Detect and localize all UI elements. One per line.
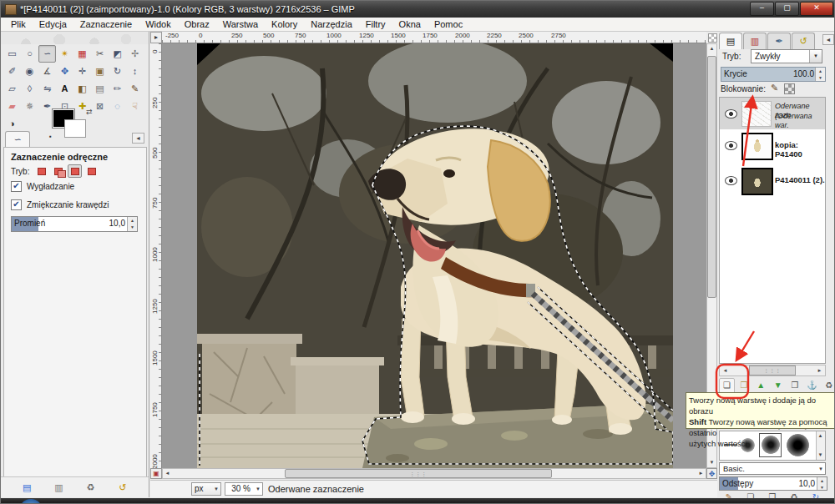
restore-tool-preset-button[interactable]: ▥ xyxy=(51,481,66,494)
tool-zoom[interactable]: ◉ xyxy=(21,63,38,80)
scroll-up-icon[interactable]: ▲ xyxy=(707,44,716,53)
mode-add-button[interactable] xyxy=(51,164,65,178)
tool-options-tab[interactable]: ∽ xyxy=(5,131,30,148)
layer-mode-dropdown[interactable]: Zwykły ▼ xyxy=(751,49,822,63)
visibility-eye-icon[interactable] xyxy=(725,141,737,150)
layer-row-floating[interactable]: Oderwane zazn (Oderwana war. xyxy=(720,98,825,129)
tool-free-select[interactable]: ∽ xyxy=(38,45,56,63)
horizontal-scroll-thumb[interactable]: ⋮⋮⋮ xyxy=(285,469,552,478)
image-menu-button[interactable]: ▸ xyxy=(150,32,162,43)
canvas-viewport[interactable] xyxy=(162,43,706,468)
tool-pencil[interactable]: ✏ xyxy=(109,80,126,98)
tool-blend[interactable]: ▤ xyxy=(91,80,109,98)
tool-perspective[interactable]: ◊ xyxy=(21,80,38,98)
menu-obraz[interactable]: Obraz xyxy=(178,18,216,30)
feather-checkbox[interactable]: ✔ xyxy=(11,199,22,210)
scroll-right-icon[interactable]: ► xyxy=(696,469,706,478)
scroll-down-icon[interactable]: ▼ xyxy=(816,451,825,460)
tool-blur-sharpen[interactable]: ◌ xyxy=(109,98,126,115)
tool-dodge-burn[interactable]: ◑ xyxy=(3,115,21,133)
tool-fuzzy-select[interactable]: ✴ xyxy=(56,45,73,63)
zoom-follow-icon[interactable] xyxy=(708,33,717,43)
tool-rectangle-select[interactable]: ▭ xyxy=(3,45,21,63)
tool-move[interactable]: ✥ xyxy=(56,63,73,80)
scroll-left-icon[interactable]: ◄ xyxy=(721,366,730,375)
tool-align[interactable]: ✛ xyxy=(73,63,91,80)
mode-replace-button[interactable] xyxy=(34,164,48,178)
tool-measure[interactable]: ∡ xyxy=(38,63,56,80)
tool-select-by-color[interactable]: ▦ xyxy=(73,45,91,63)
tab-layers[interactable]: ▤ xyxy=(719,33,742,49)
vertical-ruler[interactable]: 0 250 500 750 1000 1250 1500 1750 2000 xyxy=(150,43,162,478)
vertical-scroll-thumb[interactable] xyxy=(707,56,716,298)
tool-airbrush[interactable]: ✵ xyxy=(21,98,38,115)
menu-warstwa[interactable]: Warstwa xyxy=(216,18,265,30)
tool-shear[interactable]: ▱ xyxy=(3,80,21,98)
mode-intersect-button[interactable] xyxy=(84,164,99,178)
tool-scissors-select[interactable]: ✂ xyxy=(91,45,109,63)
save-tool-preset-button[interactable]: ▤ xyxy=(19,481,34,494)
minimize-button[interactable]: – xyxy=(750,2,774,16)
tool-text[interactable]: A xyxy=(56,80,73,98)
brush-preset-dropdown[interactable]: Basic. ▼ xyxy=(719,462,826,475)
menu-zaznaczenie[interactable]: Zaznaczenie xyxy=(73,18,139,30)
tab-history[interactable]: ↺ xyxy=(792,33,815,49)
default-colors-icon[interactable]: ▪ xyxy=(49,133,52,140)
menu-narzedzia[interactable]: Narzędzia xyxy=(304,18,359,30)
spacing-spinner[interactable]: ▲▼ xyxy=(817,477,827,490)
title-bar[interactable]: *[P4140011 (2)] (zaimportowany)-1.0 (Kol… xyxy=(1,1,835,18)
tool-foreground-select[interactable]: ◩ xyxy=(109,45,126,63)
quickmask-toggle[interactable]: ▣ xyxy=(150,468,162,479)
menu-plik[interactable]: Plik xyxy=(4,18,33,30)
tool-ellipse-select[interactable]: ○ xyxy=(21,45,38,63)
maximize-button[interactable]: ▢ xyxy=(775,2,799,16)
layer-thumbnail[interactable] xyxy=(741,101,772,127)
mode-subtract-button[interactable] xyxy=(68,164,82,178)
scroll-down-icon[interactable]: ▼ xyxy=(707,458,716,467)
tool-smudge[interactable]: ☟ xyxy=(126,98,144,115)
tool-rotate[interactable]: ↻ xyxy=(109,63,126,80)
tool-flip[interactable]: ⇋ xyxy=(38,80,56,98)
lock-pixels-icon[interactable]: ✎ xyxy=(771,83,778,93)
zoom-dropdown[interactable]: 30 % ▼ xyxy=(225,482,263,496)
right-dock-collapse-icon[interactable]: ◄ xyxy=(822,34,834,45)
delete-tool-preset-button[interactable]: ♻ xyxy=(84,481,99,494)
scroll-right-icon[interactable]: ► xyxy=(815,366,824,375)
swap-colors-icon[interactable]: ⇄ xyxy=(86,108,93,116)
radius-slider[interactable]: Promień 10,0 ▲▼ xyxy=(11,216,138,232)
tool-bucket-fill[interactable]: ◧ xyxy=(73,80,91,98)
menu-pomoc[interactable]: Pomoc xyxy=(428,18,469,30)
opacity-spinner[interactable]: ▲▼ xyxy=(815,68,825,81)
menu-kolory[interactable]: Kolory xyxy=(265,18,304,30)
opacity-slider[interactable]: Krycie 100.0 ▲▼ xyxy=(721,67,826,82)
layer-row-original[interactable]: P4140011 (2). xyxy=(720,164,825,198)
reset-tool-options-button[interactable]: ↺ xyxy=(115,481,130,494)
horizontal-ruler[interactable]: -250 0 250 500 750 1000 1250 1500 1750 2… xyxy=(162,32,706,43)
layers-scroll-thumb[interactable]: ⋮⋮⋮ xyxy=(749,365,796,375)
layer-thumbnail[interactable] xyxy=(741,133,773,160)
tool-options-collapse-icon[interactable]: ◄ xyxy=(132,133,144,144)
lock-alpha-icon[interactable] xyxy=(784,83,795,94)
visibility-eye-icon[interactable] xyxy=(725,109,737,118)
unit-dropdown[interactable]: px ▼ xyxy=(191,482,221,496)
tool-scale[interactable]: ↕ xyxy=(126,63,144,80)
tab-paths[interactable]: ✒ xyxy=(767,33,791,49)
background-color[interactable] xyxy=(64,119,86,138)
visibility-eye-icon[interactable] xyxy=(725,176,737,185)
layer-thumbnail[interactable] xyxy=(741,168,773,195)
navigation-button[interactable]: ✥ xyxy=(706,468,717,479)
antialias-checkbox[interactable]: ✔ xyxy=(11,181,22,192)
menu-edycja[interactable]: Edycja xyxy=(33,18,73,30)
layer-row-copy[interactable]: kopia: P41400 xyxy=(720,129,825,163)
menu-okna[interactable]: Okna xyxy=(392,18,428,30)
tool-color-picker[interactable]: ✐ xyxy=(3,63,21,80)
tool-crop[interactable]: ▣ xyxy=(91,63,109,80)
spacing-slider[interactable]: Odstępy 10,0 ▲▼ xyxy=(719,476,827,491)
tool-eraser[interactable]: ▰ xyxy=(3,98,21,115)
dropdown-arrow-icon[interactable]: ▼ xyxy=(809,50,822,63)
close-button[interactable]: ✕ xyxy=(800,2,833,16)
scroll-left-icon[interactable]: ◄ xyxy=(163,469,172,478)
menu-filtry[interactable]: Filtry xyxy=(359,18,392,30)
tab-channels[interactable]: ▥ xyxy=(743,33,767,49)
radius-spinner[interactable]: ▲▼ xyxy=(127,217,137,231)
